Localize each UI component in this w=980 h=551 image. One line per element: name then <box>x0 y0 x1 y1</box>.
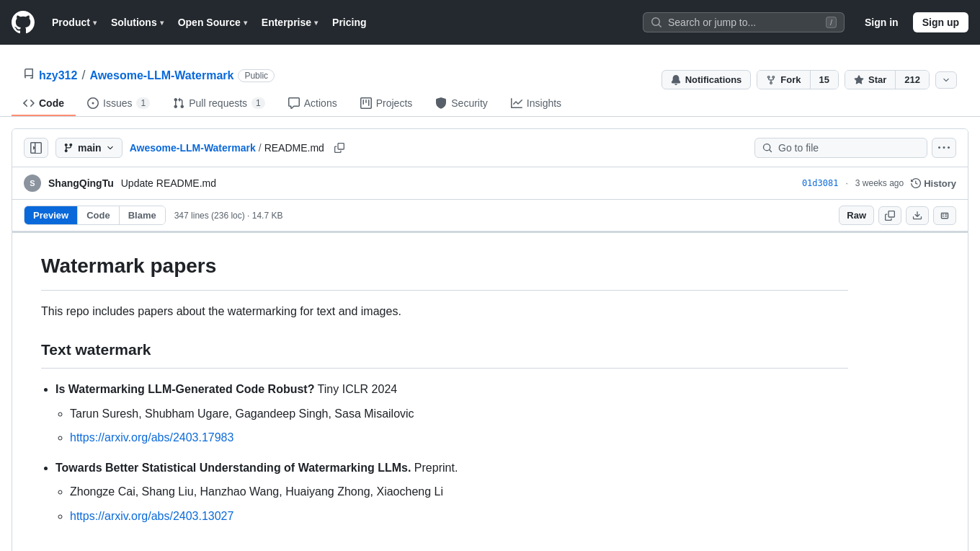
actions-icon <box>288 97 300 109</box>
tab-blame[interactable]: Blame <box>120 206 165 224</box>
nav-open-source[interactable]: Open Source ▾ <box>172 12 253 32</box>
list-item: https://arxiv.org/abs/2403.17983 <box>70 428 848 447</box>
history-icon <box>911 178 921 188</box>
file-browser-header: main Awesome-LLM-Watermark / README.md <box>12 129 968 167</box>
section-text-watermark: Text watermark <box>41 338 848 369</box>
sidebar-toggle-button[interactable] <box>24 138 48 158</box>
chevron-down-icon <box>106 144 115 152</box>
markdown-body: Watermark papers This repo includes pape… <box>12 233 877 551</box>
chevron-down-icon: ▾ <box>314 19 318 27</box>
raw-button[interactable]: Raw <box>839 206 874 225</box>
repo-icon <box>23 69 35 82</box>
star-button[interactable]: Star <box>845 71 896 89</box>
fork-icon <box>766 75 776 85</box>
nav-solutions[interactable]: Solutions ▾ <box>105 12 169 32</box>
tab-pulls[interactable]: Pull requests 1 <box>161 92 277 116</box>
signin-button[interactable]: Sign in <box>856 13 907 32</box>
tab-projects[interactable]: Projects <box>349 92 424 116</box>
commit-message: Update README.md <box>121 177 216 189</box>
tab-code[interactable]: Code <box>12 92 76 116</box>
projects-icon <box>360 97 372 109</box>
repo-root-link[interactable]: Awesome-LLM-Watermark <box>130 142 256 154</box>
insights-icon <box>511 97 522 109</box>
star-icon <box>854 75 864 85</box>
sidebar-icon <box>30 142 42 154</box>
nav-product[interactable]: Product ▾ <box>46 12 102 32</box>
download-button[interactable] <box>906 206 929 225</box>
history-link[interactable]: History <box>911 178 956 189</box>
paper-suffix-2: Preprint. <box>411 462 458 474</box>
commit-author-link[interactable]: ShangQingTu <box>48 177 114 189</box>
markdown-title: Watermark papers <box>41 250 848 291</box>
search-bar[interactable]: Search or jump to... / <box>643 12 845 32</box>
top-navigation: Product ▾ Solutions ▾ Open Source ▾ Ente… <box>0 0 980 45</box>
file-view-toolbar: Preview Code Blame 347 lines (236 loc) ·… <box>12 200 968 232</box>
nav-pricing[interactable]: Pricing <box>326 12 372 32</box>
nav-enterprise[interactable]: Enterprise ▾ <box>256 12 324 32</box>
more-options-button[interactable] <box>932 138 956 158</box>
tab-issues[interactable]: Issues 1 <box>76 92 161 116</box>
commit-time: 3 weeks ago <box>855 178 904 188</box>
commit-info-left: S ShangQingTu Update README.md <box>24 175 216 192</box>
repo-name-link[interactable]: Awesome-LLM-Watermark <box>89 69 233 82</box>
view-tabs: Preview Code Blame <box>24 206 166 225</box>
bell-icon <box>671 75 681 85</box>
outline-button[interactable] <box>933 206 956 225</box>
branch-icon <box>63 143 74 153</box>
repo-actions: Notifications Fork 15 Star 2 <box>662 70 957 89</box>
nav-links: Product ▾ Solutions ▾ Open Source ▾ Ente… <box>46 12 631 32</box>
paper-title-1: Is Watermarking LLM-Generated Code Robus… <box>55 383 314 395</box>
ellipsis-icon <box>938 142 950 154</box>
search-icon <box>762 143 772 153</box>
fork-count[interactable]: 15 <box>811 71 838 89</box>
copy-icon <box>885 211 895 221</box>
commit-info-right: 01d3081 · 3 weeks ago History <box>802 178 956 189</box>
go-to-file-input[interactable]: Go to file <box>754 138 927 158</box>
github-logo[interactable] <box>12 11 35 34</box>
paper-suffix-1: Tiny ICLR 2024 <box>314 383 397 395</box>
tab-security[interactable]: Security <box>424 92 499 116</box>
tab-insights[interactable]: Insights <box>499 92 573 116</box>
security-icon <box>435 97 447 109</box>
list-icon <box>940 211 950 221</box>
copy-raw-button[interactable] <box>878 206 901 225</box>
chevron-down-icon: ▾ <box>244 19 247 27</box>
list-item: Towards Better Statistical Understanding… <box>55 459 848 526</box>
current-file-name: README.md <box>264 142 324 154</box>
markdown-description: This repo includes papers about the wate… <box>41 302 848 321</box>
list-item: Is Watermarking LLM-Generated Code Robus… <box>55 380 848 447</box>
fork-button[interactable]: Fork <box>757 71 810 89</box>
pr-icon <box>173 97 184 109</box>
file-nav-left: main Awesome-LLM-Watermark / README.md <box>24 138 347 158</box>
paper-link-1[interactable]: https://arxiv.org/abs/2403.17983 <box>70 431 233 444</box>
branch-selector[interactable]: main <box>55 138 122 158</box>
list-item: https://arxiv.org/abs/2403.13027 <box>70 507 848 526</box>
commit-row: S ShangQingTu Update README.md 01d3081 ·… <box>12 167 968 200</box>
visibility-badge: Public <box>238 69 275 82</box>
nav-auth: Sign in Sign up <box>856 12 968 32</box>
copy-icon <box>334 143 344 153</box>
file-content: Watermark papers This repo includes pape… <box>12 232 968 551</box>
copy-path-button[interactable] <box>331 140 347 156</box>
commit-hash-link[interactable]: 01d3081 <box>802 178 839 188</box>
signup-button[interactable]: Sign up <box>913 12 968 32</box>
notifications-button[interactable]: Notifications <box>662 70 752 89</box>
chevron-down-icon <box>942 76 950 84</box>
star-count[interactable]: 212 <box>896 71 929 89</box>
file-breadcrumb: Awesome-LLM-Watermark / README.md <box>130 142 324 154</box>
tab-preview[interactable]: Preview <box>24 206 78 224</box>
repo-owner-link[interactable]: hzy312 <box>39 69 77 82</box>
repo-header: hzy312 / Awesome-LLM-Watermark Public No… <box>0 45 980 117</box>
tab-actions[interactable]: Actions <box>277 92 349 116</box>
paper-link-2[interactable]: https://arxiv.org/abs/2403.13027 <box>70 510 233 522</box>
more-options-button[interactable] <box>935 71 957 89</box>
avatar: S <box>24 175 41 192</box>
issue-icon <box>87 97 99 109</box>
chevron-down-icon: ▾ <box>160 19 164 27</box>
download-icon <box>912 211 922 221</box>
tab-code[interactable]: Code <box>78 206 120 224</box>
code-icon <box>23 97 35 109</box>
papers-list: Is Watermarking LLM-Generated Code Robus… <box>41 380 848 526</box>
list-item: Zhongze Cai, Shang Liu, Hanzhao Wang, Hu… <box>70 482 848 501</box>
file-nav-right: Go to file <box>754 138 956 158</box>
